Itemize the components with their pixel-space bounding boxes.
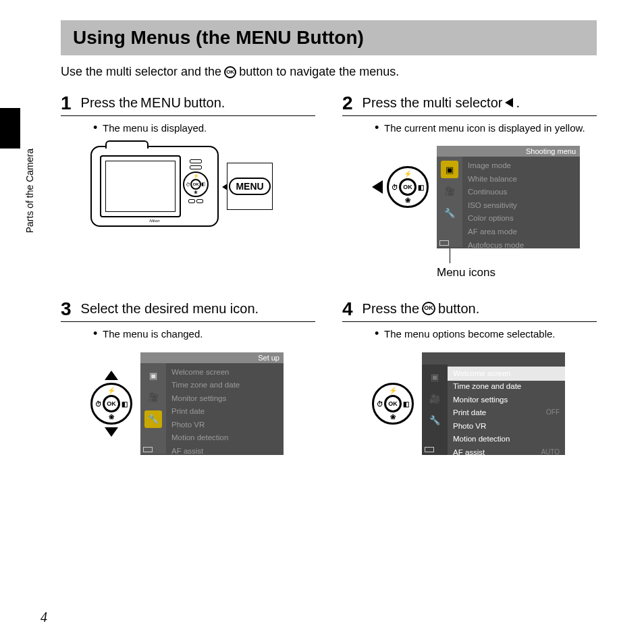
- page-title-before: Using Menus (the: [73, 27, 236, 48]
- step-number: 4: [342, 300, 353, 319]
- list-item: Image mode: [468, 159, 574, 173]
- page-number: 4: [41, 610, 47, 625]
- step-number: 1: [61, 94, 72, 113]
- multi-selector-icon: ⚡ ⏱ ◧ ❀ OK: [387, 166, 429, 208]
- list-item: Monitor settings: [453, 394, 560, 407]
- thumb-tab-block: [0, 108, 20, 149]
- lcd-icon-column: ▣ 🎥 🔧: [140, 363, 166, 454]
- list-item: Photo VR: [453, 420, 560, 433]
- lcd-list: Image mode White balance Continuous ISO …: [462, 157, 580, 247]
- exposure-mark-icon: ◧: [403, 400, 409, 407]
- lcd-setup-menu: Set up ▣ 🎥 🔧 Welcome screen Time zone an…: [140, 352, 284, 455]
- flash-mark-icon: ⚡: [404, 170, 412, 178]
- up-arrow-icon: [105, 371, 118, 380]
- timer-mark-icon: ⏱: [392, 184, 398, 191]
- lcd-header: Set up: [140, 352, 284, 363]
- battery-icon: [143, 447, 153, 452]
- movie-mode-icon: 🎥: [441, 182, 458, 200]
- macro-mark-icon: ❀: [109, 413, 114, 421]
- list-item: Continuous: [468, 186, 574, 199]
- step3-illustration: ⚡ ⏱ ◧ ❀ OK Set up ▣ 🎥 🔧 Welc: [90, 352, 315, 455]
- list-item: Welcome screen: [448, 367, 565, 381]
- step4-illustration: ⚡ ⏱ ◧ ❀ OK ▣ 🎥 🔧 Welcome screen Time zon…: [372, 352, 597, 455]
- step2-illustration: ⚡ ⏱ ◧ ❀ OK Shooting menu ▣ 🎥 🔧: [372, 146, 597, 279]
- camera-mode-icon: ▣: [441, 161, 458, 178]
- page-title-box: Using Menus (the MENU Button): [61, 20, 597, 55]
- ok-icon: OK: [224, 66, 236, 78]
- lcd-icon-column: ▣ 🎥 🔧: [422, 365, 448, 455]
- menu-word: MENU: [236, 27, 291, 48]
- step-1: 1 Press the MENU button. The menu is dis…: [61, 94, 315, 279]
- exposure-mark-icon: ◧: [201, 182, 206, 187]
- step-2: 2 Press the multi selector . The current…: [342, 94, 597, 279]
- ok-icon: OK: [422, 302, 435, 315]
- macro-mark-icon: ❀: [405, 196, 410, 204]
- list-item: Photo VR: [171, 419, 278, 432]
- ok-center-icon: OK: [384, 395, 402, 412]
- step-title-after: button.: [184, 94, 225, 111]
- timer-mark-icon: ⏱: [95, 400, 102, 407]
- step-title-after: button.: [438, 300, 479, 317]
- lcd-header: Shooting menu: [437, 146, 580, 157]
- leader-line: [450, 248, 450, 263]
- setup-mode-icon: 🔧: [441, 204, 458, 221]
- lcd-shooting-menu: Shooting menu ▣ 🎥 🔧 Image mode White bal…: [437, 146, 580, 248]
- flash-mark-icon: ⚡: [389, 387, 397, 394]
- mini-button-icon: [188, 199, 195, 203]
- menu-button-callout: MENU: [227, 163, 273, 210]
- list-item: Motion detection: [453, 433, 560, 446]
- exposure-mark-icon: ◧: [122, 400, 128, 407]
- flash-mark-icon: ⚡: [193, 173, 199, 179]
- list-item: AF assistAUTO: [453, 446, 560, 455]
- movie-mode-icon: 🎥: [426, 390, 444, 408]
- battery-icon: [439, 240, 449, 246]
- step-bullet: The menu is displayed.: [93, 122, 315, 135]
- list-item: Autofocus mode: [468, 239, 574, 249]
- section-side-label: Parts of the Camera: [24, 149, 35, 233]
- camera-mode-icon: ▣: [144, 367, 162, 385]
- left-arrow-icon: [372, 180, 383, 194]
- list-item: Print dateOFF: [453, 406, 560, 420]
- macro-mark-icon: ❀: [390, 413, 396, 421]
- flash-mark-icon: ⚡: [107, 387, 115, 394]
- menu-icons-caption: Menu icons: [437, 251, 580, 279]
- timer-mark-icon: ⏱: [186, 182, 190, 187]
- mini-button-icon: [190, 159, 202, 163]
- list-item: AF assist: [171, 445, 278, 455]
- step-title: Select the desired menu icon.: [81, 300, 259, 317]
- page-title-after: Button): [292, 27, 364, 48]
- lcd-icon-column: ▣ 🎥 🔧: [437, 157, 462, 247]
- vertical-arrows-icon: ⚡ ⏱ ◧ ❀ OK: [90, 371, 132, 437]
- step-bullet: The current menu icon is displayed in ye…: [375, 122, 597, 135]
- mini-button-icon: [196, 199, 203, 203]
- steps-grid: 1 Press the MENU button. The menu is dis…: [61, 94, 597, 455]
- intro-before: Use the multi selector and the: [61, 65, 221, 79]
- mini-button-icon: [190, 165, 202, 169]
- list-item: Motion detection: [171, 431, 278, 445]
- lcd-list: Welcome screen Time zone and date Monito…: [448, 365, 565, 455]
- ok-center-icon: OK: [190, 179, 201, 190]
- step-title-before: Press the: [81, 94, 138, 111]
- list-item: Print date: [171, 405, 278, 419]
- intro-line: Use the multi selector and the OK button…: [61, 65, 597, 79]
- camera-illustration: ⚡ ⏱ ◧ ❀ OK Nikon MENU: [90, 146, 315, 227]
- ok-center-icon: OK: [103, 395, 120, 412]
- list-item: Time zone and date: [171, 379, 278, 392]
- list-item: White balance: [468, 173, 574, 186]
- step-title-before: Press the: [363, 300, 419, 317]
- list-item: ISO sensitivity: [468, 199, 574, 213]
- multi-selector-icon: ⚡ ⏱ ◧ ❀ OK: [183, 171, 209, 197]
- step-4: 4 Press the OK button. The menu options …: [342, 300, 597, 454]
- step-bullet: The menu is changed.: [93, 327, 315, 341]
- setup-mode-icon: 🔧: [144, 410, 162, 428]
- step-bullet: The menu options become selectable.: [375, 327, 597, 341]
- battery-icon: [425, 447, 434, 452]
- camera-controls-icon: ⚡ ⏱ ◧ ❀ OK: [181, 159, 211, 203]
- menu-button-icon: MENU: [229, 178, 270, 195]
- multi-selector-icon: ⚡ ⏱ ◧ ❀ OK: [372, 383, 414, 425]
- step-number: 2: [342, 94, 353, 113]
- list-item: Monitor settings: [171, 392, 278, 406]
- list-item: AF area mode: [468, 225, 574, 239]
- movie-mode-icon: 🎥: [144, 389, 162, 406]
- list-item: Welcome screen: [171, 366, 278, 379]
